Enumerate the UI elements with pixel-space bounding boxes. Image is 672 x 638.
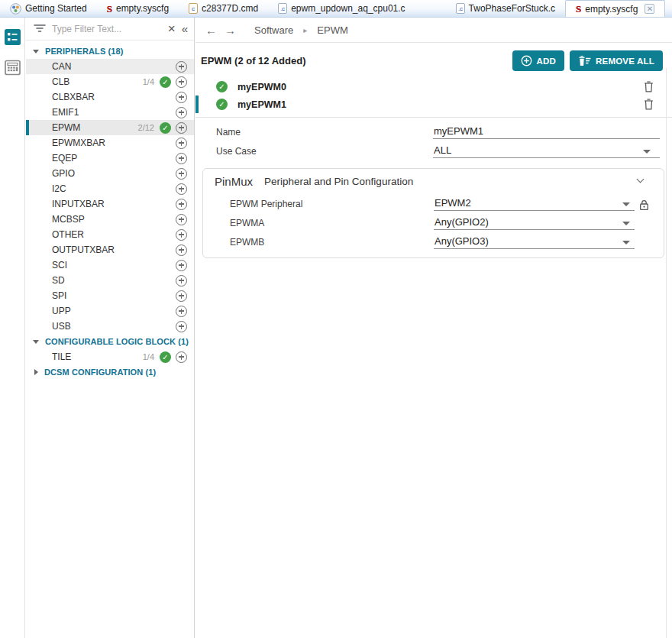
sidebar-item-emif1[interactable]: EMIF1 <box>26 105 194 120</box>
plus-circle-icon <box>521 55 532 66</box>
breadcrumb-separator-icon: ▸ <box>303 26 307 34</box>
add-instance-icon[interactable] <box>176 229 187 241</box>
instance-row-myepwm1[interactable]: myEPWM1 <box>195 96 672 113</box>
remove-all-button[interactable]: REMOVE ALL <box>570 50 663 71</box>
section-label: CONFIGURABLE LOGIC BLOCK (1) <box>45 337 189 346</box>
add-instance-icon[interactable] <box>176 138 187 149</box>
item-label: GPIO <box>52 168 176 179</box>
add-instance-icon[interactable] <box>176 260 187 271</box>
instance-name: myEPWM0 <box>237 82 644 92</box>
add-instance-icon[interactable] <box>176 321 187 332</box>
pinout-view-icon[interactable] <box>5 60 21 79</box>
usecase-field-label: Use Case <box>216 146 257 157</box>
tab-empty-syscfg-active[interactable]: S empty.syscfg ✕ <box>565 0 665 18</box>
add-instance-icon[interactable] <box>176 351 187 363</box>
sidebar-item-gpio[interactable]: GPIO <box>26 166 194 181</box>
tab-twophase-c-file[interactable]: .c TwoPhaseForStuck.c <box>446 0 565 17</box>
check-icon <box>160 122 171 134</box>
add-instance-icon[interactable] <box>176 92 187 103</box>
section-dcsm-configuration[interactable]: DCSM CONFIGURATION (1) <box>26 364 194 380</box>
epwmb-select[interactable]: Any(GPIO3) <box>434 235 635 249</box>
item-label: OTHER <box>52 229 176 240</box>
tab-getting-started[interactable]: Getting Started <box>0 0 97 17</box>
tab-epwm-c-file[interactable]: .c epwm_updown_aq_cpu01.c <box>268 0 415 17</box>
forward-arrow-icon[interactable]: → <box>225 24 236 37</box>
sidebar-item-epwm[interactable]: EPWM 2/12 <box>26 120 194 135</box>
instance-count: 1/4 <box>143 77 154 86</box>
sidebar-item-tile[interactable]: TILE 1/4 <box>26 349 194 364</box>
sidebar-item-mcbsp[interactable]: MCBSP <box>26 212 194 227</box>
sidebar-item-sd[interactable]: SD <box>26 273 194 288</box>
pinmux-header: PinMux Peripheral and Pin Configuration <box>203 169 664 194</box>
add-instance-icon[interactable] <box>176 214 187 225</box>
epwmb-label: EPWMB <box>230 237 264 248</box>
sidebar-item-eqep[interactable]: EQEP <box>26 151 194 166</box>
sidebar-item-i2c[interactable]: I2C <box>26 181 194 196</box>
add-instance-icon[interactable] <box>176 306 187 317</box>
instance-name: myEPWM1 <box>237 99 644 110</box>
sidebar-item-inputxbar[interactable]: INPUTXBAR <box>26 196 194 212</box>
tab-cmd-file[interactable]: c c28377D.cmd <box>179 0 268 17</box>
sidebar-item-sci[interactable]: SCI <box>26 257 194 273</box>
add-instance-icon[interactable] <box>176 275 187 287</box>
section-configurable-logic-block[interactable]: CONFIGURABLE LOGIC BLOCK (1) <box>26 334 194 349</box>
sidebar-item-upp[interactable]: UPP <box>26 303 194 319</box>
config-view-icon[interactable] <box>5 29 21 48</box>
dropdown-arrow-icon <box>622 202 630 206</box>
add-instance-icon[interactable] <box>176 199 187 210</box>
collapse-sidebar-icon[interactable]: « <box>182 23 188 34</box>
syscfg-icon: S <box>576 4 581 14</box>
add-instance-icon[interactable] <box>176 76 187 88</box>
add-instance-icon[interactable] <box>176 107 187 118</box>
collapse-chevron-icon[interactable] <box>637 176 645 183</box>
item-label: I2C <box>52 183 176 194</box>
epwm-peripheral-label: EPWM Peripheral <box>230 199 302 209</box>
scrollbar-track[interactable] <box>666 68 667 638</box>
item-label: SCI <box>52 260 176 270</box>
filter-input[interactable] <box>52 24 162 34</box>
item-label: EQEP <box>52 153 176 164</box>
item-label: TILE <box>52 351 143 362</box>
clear-filter-icon[interactable]: × <box>168 23 176 35</box>
add-button[interactable]: ADD <box>512 50 565 71</box>
page-title: EPWM (2 of 12 Added) <box>201 55 512 66</box>
c-file-icon: .c <box>456 3 465 14</box>
name-input[interactable]: myEPWM1 <box>433 125 660 139</box>
add-instance-icon[interactable] <box>176 168 187 180</box>
close-icon[interactable]: ✕ <box>645 4 654 14</box>
sidebar-item-clb[interactable]: CLB 1/4 <box>26 74 194 89</box>
tab-empty-syscfg[interactable]: S empty.syscfg <box>97 0 179 17</box>
sidebar-item-usb[interactable]: USB <box>26 319 194 334</box>
sidebar-item-can[interactable]: CAN <box>26 59 194 74</box>
add-instance-icon[interactable] <box>176 183 187 195</box>
item-label: CLB <box>52 76 143 87</box>
epwm-peripheral-select[interactable]: EPWM2 <box>434 197 635 211</box>
sidebar-item-other[interactable]: OTHER <box>26 227 194 242</box>
section-peripherals[interactable]: PERIPHERALS (18) <box>26 44 194 59</box>
add-instance-icon[interactable] <box>176 153 187 164</box>
check-icon <box>160 351 171 363</box>
usecase-select[interactable]: ALL <box>433 144 660 158</box>
tab-label: epwm_updown_aq_cpu01.c <box>291 3 405 14</box>
sidebar-item-epwmxbar[interactable]: EPWMXBAR <box>26 135 194 151</box>
add-instance-icon[interactable] <box>176 122 187 134</box>
add-instance-icon[interactable] <box>176 245 187 256</box>
name-field-row: Name myEPWM1 <box>195 122 672 141</box>
item-label: UPP <box>52 306 176 316</box>
delete-instance-icon[interactable] <box>644 81 654 92</box>
breadcrumb-software[interactable]: Software <box>254 24 293 36</box>
svg-text:c: c <box>192 5 195 12</box>
lock-icon[interactable] <box>639 199 649 211</box>
tab-clb[interactable]: S clb_ <box>665 0 672 17</box>
sidebar-item-outputxbar[interactable]: OUTPUTXBAR <box>26 242 194 257</box>
peripheral-tree: PERIPHERALS (18) CAN CLB 1/4 CLBXBAR EMI… <box>26 40 194 380</box>
epwma-select[interactable]: Any(GPIO2) <box>434 216 635 230</box>
sidebar-item-spi[interactable]: SPI <box>26 288 194 303</box>
epwmb-value: Any(GPIO3) <box>435 235 489 247</box>
add-instance-icon[interactable] <box>176 61 187 73</box>
back-arrow-icon[interactable]: ← <box>205 24 217 37</box>
add-instance-icon[interactable] <box>176 290 187 302</box>
sidebar-item-clbxbar[interactable]: CLBXBAR <box>26 89 194 105</box>
instance-row-myepwm0[interactable]: myEPWM0 <box>195 78 672 96</box>
delete-instance-icon[interactable] <box>644 99 654 110</box>
